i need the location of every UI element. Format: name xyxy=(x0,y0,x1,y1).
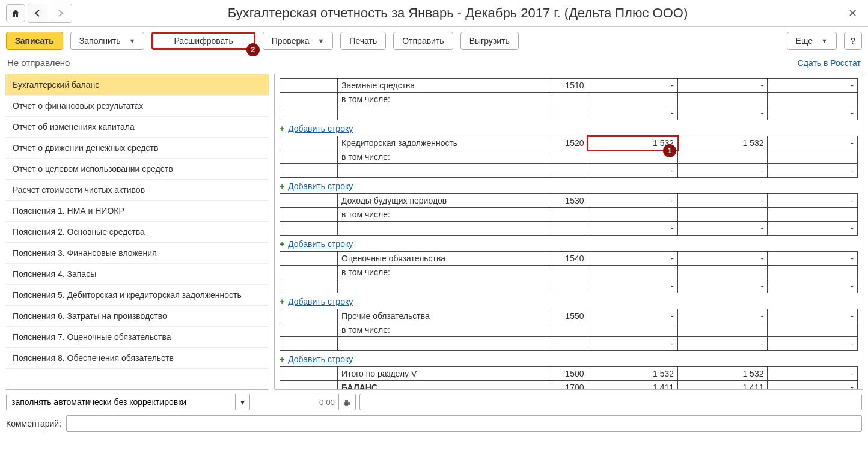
cell-value[interactable]: - xyxy=(588,194,677,208)
including-label: в том числе: xyxy=(338,93,549,106)
sidebar-item[interactable]: Пояснения 2. Основные средства xyxy=(5,222,269,243)
report-sections-list[interactable]: Бухгалтерский баланс Отчет о финансовых … xyxy=(5,74,269,390)
add-row-link[interactable]: Добавить строку xyxy=(288,354,353,364)
sidebar-item[interactable]: Расчет стоимости чистых активов xyxy=(5,180,269,201)
cell-value[interactable]: - xyxy=(588,309,677,323)
sidebar-item[interactable]: Пояснения 8. Обеспечения обязательств xyxy=(5,348,269,369)
table-row[interactable]: --- xyxy=(280,164,858,178)
row-code: 1550 xyxy=(549,309,588,323)
row-name: Итого по разделу V xyxy=(338,367,549,381)
rosstat-link[interactable]: Сдать в Росстат xyxy=(798,58,861,68)
extra-input[interactable] xyxy=(359,394,862,410)
sidebar-item[interactable]: Отчет об изменениях капитала xyxy=(5,117,269,138)
home-button[interactable] xyxy=(6,4,25,22)
cell-value[interactable]: - xyxy=(768,194,858,208)
sidebar-item[interactable]: Отчет о целевом использовании средств xyxy=(5,159,269,180)
table-row[interactable]: в том числе: xyxy=(280,208,858,222)
sidebar-item[interactable]: Пояснения 5. Дебиторская и кредиторская … xyxy=(5,285,269,306)
table-row[interactable]: Кредиторская задолженность 1520 1 532 1 … xyxy=(280,136,858,150)
fill-button[interactable]: Заполнить▼ xyxy=(70,32,145,50)
table-row[interactable]: в том числе: xyxy=(280,150,858,164)
table-row[interactable]: Оценочные обязательства 1540 - - - xyxy=(280,252,858,266)
row-name: Оценочные обязательства xyxy=(338,252,549,266)
chevron-down-icon: ▼ xyxy=(317,37,324,44)
cell-value[interactable]: - xyxy=(768,136,858,150)
row-code: 1510 xyxy=(549,79,588,93)
report-grid[interactable]: Заемные средства 1510 - - - в том числе:… xyxy=(274,74,863,390)
row-name: Прочие обязательства xyxy=(338,309,549,323)
add-row-link[interactable]: Добавить строку xyxy=(288,124,353,133)
table-row[interactable]: Заемные средства 1510 - - - xyxy=(280,79,858,93)
forward-button[interactable] xyxy=(50,4,69,22)
comment-label: Комментарий: xyxy=(6,419,61,428)
table-row[interactable]: --- xyxy=(280,279,858,293)
sidebar-item[interactable]: Отчет о движении денежных средств xyxy=(5,138,269,159)
sidebar-item[interactable]: Пояснения 1. НМА и НИОКР xyxy=(5,201,269,222)
add-row-link[interactable]: Добавить строку xyxy=(288,239,353,249)
add-row-link[interactable]: Добавить строку xyxy=(288,297,353,306)
including-label: в том числе: xyxy=(338,323,549,337)
help-button[interactable]: ? xyxy=(844,32,862,50)
cell-value[interactable]: - xyxy=(588,79,677,93)
cell-value[interactable]: - xyxy=(768,79,858,93)
check-button[interactable]: Проверка▼ xyxy=(263,32,334,50)
decode-label: Расшифровать xyxy=(174,36,233,46)
cell-value: 1 532 xyxy=(588,367,677,381)
including-label: в том числе: xyxy=(338,208,549,222)
row-name: Кредиторская задолженность xyxy=(338,136,549,150)
fill-label: Заполнить xyxy=(79,36,121,46)
sidebar-item[interactable]: Пояснения 7. Оценочные обязательства xyxy=(5,327,269,348)
row-code: 1540 xyxy=(549,252,588,266)
sidebar-item[interactable]: Пояснения 6. Затраты на производство xyxy=(5,306,269,327)
hint-marker-2: 2 xyxy=(246,43,260,56)
table-row-total[interactable]: БАЛАНС 1700 1 411 1 411 - xyxy=(280,381,858,391)
cell-value[interactable]: - xyxy=(678,194,768,208)
sidebar-item[interactable]: Пояснения 4. Запасы xyxy=(5,264,269,285)
cell-value: 1 532 xyxy=(678,367,768,381)
cell-value[interactable]: - xyxy=(768,309,858,323)
export-button[interactable]: Выгрузить xyxy=(460,32,519,50)
comment-input[interactable] xyxy=(66,415,862,432)
sidebar-item[interactable]: Бухгалтерский баланс xyxy=(5,74,269,96)
window-title: Бухгалтерская отчетность за Январь - Дек… xyxy=(72,5,843,21)
cell-value[interactable]: - xyxy=(768,252,858,266)
sidebar-item[interactable]: Отчет о финансовых результатах xyxy=(5,96,269,117)
cell-value[interactable]: - xyxy=(678,79,768,93)
table-row[interactable]: --- xyxy=(280,337,858,351)
plus-icon: + xyxy=(280,354,284,364)
chevron-down-icon[interactable]: ▾ xyxy=(235,394,249,410)
row-name: Доходы будущих периодов xyxy=(338,194,549,208)
decode-button[interactable]: Расшифровать 2 xyxy=(151,32,255,50)
close-button[interactable]: ✕ xyxy=(843,7,862,20)
table-row[interactable]: --- xyxy=(280,222,858,236)
cell-value[interactable]: - xyxy=(588,252,677,266)
including-label: в том числе: xyxy=(338,150,549,164)
send-button[interactable]: Отправить xyxy=(393,32,453,50)
table-row-total[interactable]: Итого по разделу V 1500 1 532 1 532 - xyxy=(280,367,858,381)
cell-value[interactable]: - xyxy=(678,252,768,266)
sidebar-item[interactable]: Пояснения 3. Финансовые вложения xyxy=(5,243,269,264)
table-row[interactable]: в том числе: xyxy=(280,323,858,337)
row-name: Заемные средства xyxy=(338,79,549,93)
back-button[interactable] xyxy=(28,4,47,22)
amount-field[interactable] xyxy=(254,394,338,410)
fill-mode-select[interactable]: ▾ xyxy=(6,394,250,410)
table-row[interactable]: Доходы будущих периодов 1530 - - - xyxy=(280,194,858,208)
cell-value[interactable]: - xyxy=(678,309,768,323)
save-button[interactable]: Записать xyxy=(6,32,63,50)
print-button[interactable]: Печать xyxy=(340,32,386,50)
calculator-icon[interactable]: ▦ xyxy=(338,394,355,410)
fill-mode-value xyxy=(7,394,235,410)
hint-marker-1: 1 xyxy=(663,144,676,157)
cell-value[interactable]: 1 532 xyxy=(678,136,768,150)
add-row-link[interactable]: Добавить строку xyxy=(288,181,353,191)
table-row[interactable]: в том числе: xyxy=(280,93,858,106)
row-name: БАЛАНС xyxy=(338,381,549,391)
amount-input[interactable]: ▦ xyxy=(254,394,356,410)
plus-icon: + xyxy=(280,181,284,191)
table-row[interactable]: Прочие обязательства 1550 - - - xyxy=(280,309,858,323)
table-row[interactable]: --- xyxy=(280,106,858,120)
check-label: Проверка xyxy=(272,36,310,46)
table-row[interactable]: в том числе: xyxy=(280,266,858,279)
more-button[interactable]: Еще▼ xyxy=(787,32,837,50)
